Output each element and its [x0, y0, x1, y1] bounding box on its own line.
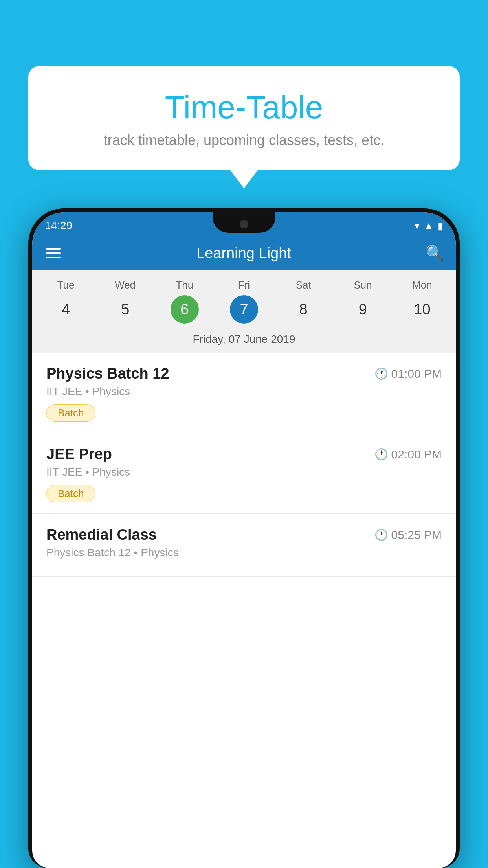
day-number[interactable]: 5 — [111, 295, 139, 324]
day-number[interactable]: 6 — [171, 295, 199, 324]
phone-notch — [213, 212, 275, 233]
day-name: Sat — [296, 279, 311, 291]
class-name: JEE Prep — [46, 446, 112, 463]
class-meta: IIT JEE • Physics — [46, 385, 442, 398]
class-item[interactable]: Remedial Class🕐 05:25 PMPhysics Batch 12… — [32, 514, 456, 577]
day-number[interactable]: 9 — [349, 295, 377, 324]
class-item[interactable]: JEE Prep🕐 02:00 PMIIT JEE • PhysicsBatch — [32, 433, 456, 514]
bubble-subtitle: track timetable, upcoming classes, tests… — [48, 132, 440, 149]
class-name: Physics Batch 12 — [46, 365, 169, 382]
day-col-thu[interactable]: Thu6 — [161, 279, 208, 324]
search-icon[interactable]: 🔍 — [426, 245, 444, 262]
class-meta: IIT JEE • Physics — [46, 466, 442, 478]
day-number[interactable]: 7 — [230, 295, 258, 324]
hamburger-menu-icon[interactable] — [44, 246, 62, 260]
batch-badge: Batch — [46, 485, 95, 502]
day-name: Fri — [238, 279, 250, 291]
day-col-sat[interactable]: Sat8 — [280, 279, 327, 324]
day-name: Wed — [115, 279, 136, 291]
day-name: Sun — [354, 279, 372, 291]
class-time: 🕐 05:25 PM — [374, 528, 442, 542]
class-meta: Physics Batch 12 • Physics — [46, 546, 442, 559]
signal-icon: ▲ — [424, 220, 434, 232]
speech-bubble: Time-Table track timetable, upcoming cla… — [28, 66, 460, 170]
class-list: Physics Batch 12🕐 01:00 PMIIT JEE • Phys… — [32, 353, 456, 577]
calendar-strip: Tue4Wed5Thu6Fri7Sat8Sun9Mon10 Friday, 07… — [32, 270, 456, 353]
day-col-sun[interactable]: Sun9 — [339, 279, 386, 324]
class-item[interactable]: Physics Batch 12🕐 01:00 PMIIT JEE • Phys… — [32, 353, 456, 433]
class-time: 🕐 02:00 PM — [374, 448, 442, 461]
status-icons: ▾ ▲ ▮ — [415, 220, 443, 232]
batch-badge: Batch — [46, 404, 95, 422]
clock-icon: 🕐 — [374, 528, 388, 541]
day-number[interactable]: 8 — [289, 295, 317, 324]
clock-icon: 🕐 — [374, 367, 388, 380]
day-name: Mon — [412, 279, 432, 291]
class-name: Remedial Class — [46, 526, 157, 543]
app-toolbar: Learning Light 🔍 — [32, 236, 456, 270]
day-name: Tue — [57, 279, 75, 291]
day-name: Thu — [176, 279, 193, 291]
day-col-mon[interactable]: Mon10 — [398, 279, 446, 324]
day-number[interactable]: 10 — [408, 295, 436, 324]
battery-icon: ▮ — [438, 220, 443, 232]
wifi-icon: ▾ — [415, 220, 420, 232]
day-col-fri[interactable]: Fri7 — [220, 279, 268, 324]
days-row: Tue4Wed5Thu6Fri7Sat8Sun9Mon10 — [36, 279, 452, 324]
bubble-title: Time-Table — [48, 90, 440, 125]
day-number[interactable]: 4 — [52, 295, 80, 324]
day-col-tue[interactable]: Tue4 — [42, 279, 90, 324]
day-col-wed[interactable]: Wed5 — [102, 279, 149, 324]
phone-frame: 14:29 ▾ ▲ ▮ Learning Light 🔍 Tue4Wed5Thu… — [28, 208, 460, 868]
status-time: 14:29 — [45, 219, 72, 232]
toolbar-title: Learning Light — [72, 245, 416, 262]
phone-inner: 14:29 ▾ ▲ ▮ Learning Light 🔍 Tue4Wed5Thu… — [32, 212, 456, 868]
clock-icon: 🕐 — [374, 448, 388, 461]
front-camera — [240, 220, 248, 228]
class-time: 🕐 01:00 PM — [374, 367, 442, 381]
selected-date-label: Friday, 07 June 2019 — [36, 327, 452, 353]
